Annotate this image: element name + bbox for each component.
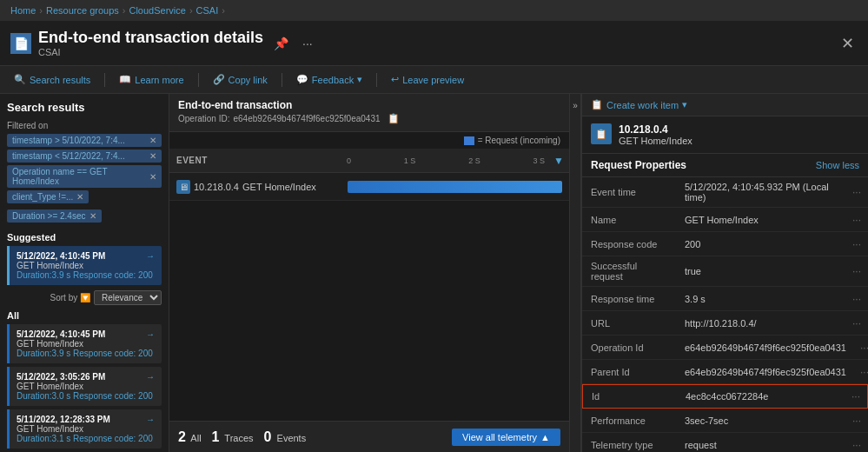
more-button[interactable]: ··· bbox=[299, 35, 316, 52]
prop-row-1: Name GET Home/Index ··· bbox=[582, 208, 868, 232]
prop-val-1: GET Home/Index bbox=[678, 210, 845, 229]
header-left: 📄 End-to-end transaction details CSAI 📌 … bbox=[10, 29, 316, 57]
middle-panel: End-to-end transaction Operation ID: e64… bbox=[169, 94, 569, 452]
close-button[interactable]: ✕ bbox=[838, 34, 858, 53]
prop-more-0[interactable]: ··· bbox=[851, 186, 863, 198]
prop-more-5[interactable]: ··· bbox=[851, 317, 863, 329]
prop-more-7[interactable]: ··· bbox=[858, 366, 868, 378]
prop-val-0: 5/12/2022, 4:10:45.932 PM (Local time) bbox=[678, 177, 845, 207]
event-cell-0: 🖥 10.218.0.4 GET Home/Index bbox=[169, 180, 343, 194]
breadcrumb-sep-2: › bbox=[123, 5, 126, 16]
breadcrumb-resource-groups[interactable]: Resource groups bbox=[46, 5, 119, 16]
filter-tag-3[interactable]: client_Type !=... ✕ bbox=[7, 190, 89, 203]
event-col-header: EVENT bbox=[169, 156, 343, 165]
toolbar-sep-4 bbox=[376, 73, 377, 87]
work-item-dropdown-icon: ▾ bbox=[682, 99, 687, 110]
prop-key-3: Successful request bbox=[582, 256, 678, 286]
search-results-button[interactable]: 🔍 Search results bbox=[7, 71, 97, 88]
prop-key-4: Response time bbox=[582, 289, 678, 309]
pin-button[interactable]: 📌 bbox=[270, 35, 292, 52]
timeline-bar-0 bbox=[348, 181, 562, 193]
prop-more-1[interactable]: ··· bbox=[851, 214, 863, 226]
breadcrumb-sep-3: › bbox=[189, 5, 193, 16]
page-subtitle: CSAI bbox=[38, 47, 263, 57]
learn-more-icon: 📖 bbox=[119, 74, 131, 85]
filter-tag-4[interactable]: Duration >= 2.4sec ✕ bbox=[7, 209, 102, 223]
props-header: Request Properties Show less bbox=[582, 154, 868, 177]
chevron-up-icon: ▲ bbox=[540, 432, 550, 442]
prop-more-2[interactable]: ··· bbox=[851, 238, 863, 250]
toolbar-sep-1 bbox=[104, 73, 105, 87]
bottom-bar: 2 All 1 Traces 0 Events View all telemet… bbox=[169, 421, 569, 452]
prop-more-6[interactable]: ··· bbox=[858, 342, 868, 354]
timeline-header: EVENT 0 1 S 2 S 3 S ▼ bbox=[169, 149, 569, 173]
sort-select[interactable]: Relevance bbox=[94, 290, 162, 305]
breadcrumb-cloud-service[interactable]: CloudService bbox=[129, 5, 185, 16]
leave-preview-button[interactable]: ↩ Leave preview bbox=[384, 71, 471, 88]
all-count: 2 bbox=[178, 429, 186, 444]
request-route: GET Home/Index bbox=[619, 136, 692, 146]
prop-more-10[interactable]: ··· bbox=[851, 439, 863, 451]
filter-tag-0[interactable]: timestamp > 5/10/2022, 7:4... ✕ bbox=[7, 134, 162, 147]
prop-val-4: 3.9 s bbox=[678, 289, 845, 309]
breadcrumb-sep-4: › bbox=[222, 5, 225, 16]
view-all-button[interactable]: View all telemetry ▲ bbox=[452, 429, 560, 446]
prop-key-10: Telemetry type bbox=[582, 435, 678, 453]
operation-id-label: Operation ID: bbox=[178, 114, 229, 123]
traces-label: Traces bbox=[224, 433, 253, 443]
prop-actions-10: ··· bbox=[845, 439, 868, 451]
filter-remove-1[interactable]: ✕ bbox=[149, 151, 156, 161]
filter-remove-2[interactable]: ✕ bbox=[149, 172, 156, 182]
all-item-1[interactable]: 5/12/2022, 3:05:26 PM → GET Home/Index D… bbox=[7, 367, 162, 406]
legend-label: = Request (incoming) bbox=[478, 136, 560, 145]
suggested-label: Suggested bbox=[7, 232, 162, 243]
filter-remove-0[interactable]: ✕ bbox=[149, 136, 156, 145]
prop-key-9: Performance bbox=[582, 411, 678, 430]
all-item-0[interactable]: 5/12/2022, 4:10:45 PM → GET Home/Index D… bbox=[7, 324, 162, 363]
events-label: Events bbox=[277, 433, 307, 443]
prop-val-2: 200 bbox=[678, 235, 845, 254]
request-summary: 📋 10.218.0.4 GET Home/Index bbox=[582, 116, 868, 154]
filter-remove-3[interactable]: ✕ bbox=[76, 192, 83, 202]
show-less-button[interactable]: Show less bbox=[816, 160, 859, 170]
prop-row-8: Id 4ec8c4cc0672284e ··· bbox=[582, 384, 868, 409]
breadcrumb: Home › Resource groups › CloudService › … bbox=[0, 0, 868, 21]
prop-key-0: Event time bbox=[582, 183, 678, 202]
all-item-2[interactable]: 5/11/2022, 12:28:33 PM → GET Home/Index … bbox=[7, 409, 162, 449]
breadcrumb-csai[interactable]: CSAI bbox=[196, 5, 219, 16]
search-icon: 🔍 bbox=[14, 74, 26, 85]
prop-more-3[interactable]: ··· bbox=[851, 265, 863, 277]
work-item-row: 📋 Create work item ▾ bbox=[582, 94, 868, 116]
breadcrumb-home[interactable]: Home bbox=[10, 5, 36, 16]
prop-row-4: Response time 3.9 s ··· bbox=[582, 287, 868, 311]
copy-id-button[interactable]: 📋 bbox=[384, 111, 403, 126]
props-title: Request Properties bbox=[591, 159, 686, 171]
events-stat: 0 Events bbox=[264, 429, 307, 445]
prop-actions-1: ··· bbox=[845, 214, 868, 226]
feedback-button[interactable]: 💬 Feedback ▾ bbox=[289, 71, 369, 88]
copy-link-button[interactable]: 🔗 Copy link bbox=[206, 71, 275, 88]
prop-val-8: 4ec8c4cc0672284e bbox=[679, 387, 845, 406]
filter-remove-4[interactable]: ✕ bbox=[89, 211, 96, 221]
filtered-on-label: Filtered on bbox=[7, 121, 162, 130]
panel-resize-handle[interactable]: » bbox=[569, 94, 581, 452]
prop-val-6: e64eb92649b4674f9f6ec925f0ea0431 bbox=[678, 338, 853, 357]
prop-actions-2: ··· bbox=[845, 238, 868, 250]
create-work-item-button[interactable]: 📋 Create work item ▾ bbox=[591, 99, 687, 110]
prop-key-5: URL bbox=[582, 314, 678, 333]
learn-more-button[interactable]: 📖 Learn more bbox=[112, 71, 190, 88]
timeline-filter-icon[interactable]: ▼ bbox=[548, 155, 569, 167]
prop-more-4[interactable]: ··· bbox=[851, 293, 863, 305]
prop-more-9[interactable]: ··· bbox=[851, 415, 863, 427]
prop-actions-6: ··· bbox=[853, 342, 868, 354]
filter-tag-1[interactable]: timestamp < 5/12/2022, 7:4... ✕ bbox=[7, 150, 162, 163]
filter-tag-2[interactable]: Operation name == GET Home/Index ✕ bbox=[7, 165, 162, 188]
prop-more-8[interactable]: ··· bbox=[850, 390, 862, 402]
suggested-item-0[interactable]: 5/12/2022, 4:10:45 PM → GET Home/Index D… bbox=[7, 246, 162, 285]
request-ip: 10.218.0.4 bbox=[619, 123, 692, 136]
link-icon: 🔗 bbox=[213, 74, 225, 85]
properties-list: Event time 5/12/2022, 4:10:45.932 PM (Lo… bbox=[582, 177, 868, 452]
traces-stat: 1 Traces bbox=[212, 429, 254, 445]
left-panel-title: Search results bbox=[7, 101, 162, 114]
timeline-row-0[interactable]: 🖥 10.218.0.4 GET Home/Index bbox=[169, 173, 569, 201]
